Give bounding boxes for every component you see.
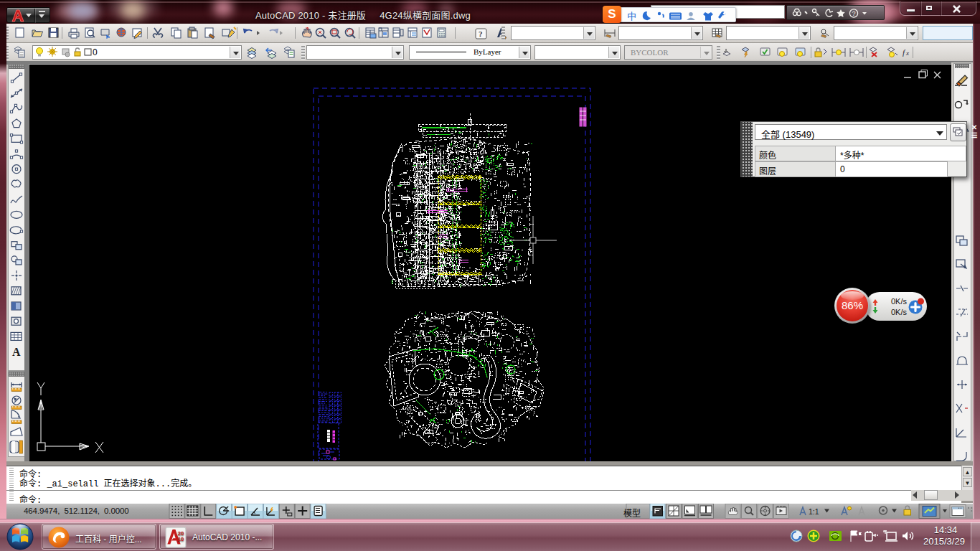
svg-text:?: ? xyxy=(852,10,856,17)
svg-text:1:1: 1:1 xyxy=(809,507,819,516)
svg-text:0K/s: 0K/s xyxy=(891,308,908,316)
svg-text:10: 10 xyxy=(178,536,184,542)
svg-text:x: x xyxy=(905,50,909,57)
svg-text:0K/s: 0K/s xyxy=(891,297,908,306)
svg-text:中: 中 xyxy=(627,9,636,22)
svg-text:A: A xyxy=(12,346,21,358)
svg-text:?: ? xyxy=(479,29,483,38)
